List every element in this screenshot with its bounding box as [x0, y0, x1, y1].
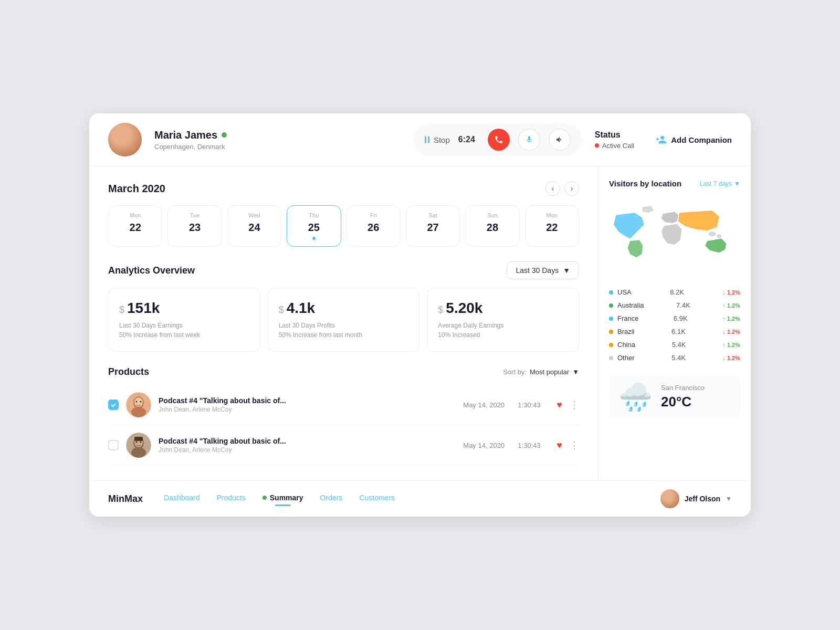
- weather-city: San Francisco: [661, 384, 705, 392]
- product-heart-1[interactable]: ♥: [556, 440, 562, 451]
- nav-active-dot: [262, 496, 267, 500]
- chevron-down-icon: ▼: [726, 495, 732, 502]
- main-content: March 2020 ‹ › Mon 22 Tue 23 Wed 24: [89, 166, 751, 480]
- analytics-desc-0: Last 30 Days Earnings50% Increase from l…: [119, 321, 249, 340]
- product-row-1: Podcast #4 "Talking about basic of... Jo…: [108, 425, 579, 466]
- product-info-0: Podcast #4 "Talking about basic of... Jo…: [159, 396, 456, 413]
- nav-items: Dashboard Products Summary Orders Custom…: [164, 494, 660, 504]
- right-panel: Visitors by location Last 7 days ▼: [598, 166, 751, 480]
- weather-info: San Francisco 20°C: [661, 384, 705, 410]
- volume-button[interactable]: [549, 129, 571, 151]
- analytics-card-1: $ 4.1k Last 30 Days Profits50% Increase …: [268, 288, 420, 352]
- calendar-day-7[interactable]: Mon 22: [525, 205, 579, 247]
- nav-item-orders[interactable]: Orders: [320, 494, 343, 504]
- country-row-other: Other 5.4K ↓ 1.2%: [609, 351, 740, 364]
- add-companion-button[interactable]: Add Companion: [655, 134, 732, 145]
- left-panel: March 2020 ‹ › Mon 22 Tue 23 Wed 24: [89, 166, 598, 480]
- analytics-card-0: $ 151k Last 30 Days Earnings50% Increase…: [108, 288, 260, 352]
- country-row-brazil: Brazil 6.1K ↓ 1.2%: [609, 325, 740, 338]
- country-dot-other: [609, 356, 613, 360]
- calendar-day-4[interactable]: Fri 26: [346, 205, 401, 247]
- product-title-0: Podcast #4 "Talking about basic of...: [159, 396, 456, 405]
- nav-item-summary[interactable]: Summary: [262, 494, 303, 504]
- status-section: Status Active Call Add Companion: [595, 130, 732, 150]
- nav-item-customers[interactable]: Customers: [359, 494, 395, 504]
- user-location: Copenhagen, Denmark: [154, 143, 401, 151]
- product-checkbox-0[interactable]: [108, 400, 119, 410]
- calendar-day-0[interactable]: Mon 22: [108, 205, 162, 247]
- calendar-nav: ‹ ›: [545, 181, 579, 196]
- product-duration-0: 1:30:43: [518, 401, 549, 409]
- calendar-prev-button[interactable]: ‹: [545, 181, 560, 196]
- sort-dropdown[interactable]: Sort by: Most popular ▼: [503, 368, 579, 376]
- country-row-france: France 6.9K ↑ 1.2%: [609, 312, 740, 325]
- country-dot-australia: [609, 303, 613, 308]
- calendar-day-3[interactable]: Thu 25: [287, 205, 341, 247]
- product-info-1: Podcast #4 "Talking about basic of... Jo…: [159, 437, 456, 454]
- analytics-cards: $ 151k Last 30 Days Earnings50% Increase…: [108, 288, 579, 352]
- call-controls: Stop 6:24: [413, 123, 582, 156]
- country-row-australia: Australia 7.4K ↑ 1.2%: [609, 299, 740, 312]
- nav-item-products[interactable]: Products: [217, 494, 246, 504]
- calendar-day-5[interactable]: Sat 27: [406, 205, 460, 247]
- country-change-brazil: ↓ 1.2%: [722, 329, 740, 335]
- svg-point-2: [131, 407, 146, 417]
- svg-point-5: [140, 401, 142, 403]
- world-map: [609, 194, 740, 278]
- country-row-usa: USA 8.2K ↓ 1.2%: [609, 286, 740, 299]
- country-change-australia: ↑ 1.2%: [722, 302, 740, 309]
- analytics-period-dropdown[interactable]: Last 30 Days ▼: [507, 261, 579, 279]
- analytics-amount-1: $ 4.1k: [279, 300, 409, 317]
- country-dot-brazil: [609, 330, 613, 334]
- nav-item-dashboard[interactable]: Dashboard: [164, 494, 200, 504]
- visitors-header: Visitors by location Last 7 days ▼: [609, 179, 740, 188]
- calendar-month: March 2020: [108, 183, 165, 195]
- chevron-down-icon: ▼: [563, 266, 570, 275]
- product-date-0: May 14, 2020: [463, 401, 510, 409]
- calendar-day-1[interactable]: Tue 23: [167, 205, 222, 247]
- country-change-other: ↓ 1.2%: [722, 355, 740, 361]
- chevron-down-icon: ▼: [572, 368, 579, 376]
- svg-point-4: [136, 401, 138, 403]
- app-container: Maria James Copenhagen, Denmark Stop 6:2…: [89, 113, 751, 517]
- country-dot-china: [609, 343, 613, 347]
- user-profile-button[interactable]: Jeff Olson ▼: [660, 489, 732, 508]
- product-checkbox-1[interactable]: [108, 440, 119, 450]
- calendar-day-6[interactable]: Sun 28: [465, 205, 519, 247]
- time-filter-dropdown[interactable]: Last 7 days ▼: [700, 180, 740, 187]
- user-avatar: [108, 123, 142, 156]
- stop-button[interactable]: Stop: [425, 135, 450, 144]
- analytics-title: Analytics Overview: [108, 265, 195, 276]
- analytics-amount-0: $ 151k: [119, 300, 249, 317]
- country-list: USA 8.2K ↓ 1.2% Australia 7.4K ↑ 1.2%: [609, 286, 740, 364]
- product-author-0: John Dean, Arlene McCoy: [159, 406, 456, 413]
- brand-logo: MinMax: [108, 494, 143, 505]
- product-more-1[interactable]: ⋮: [570, 439, 579, 451]
- product-row-0: Podcast #4 "Talking about basic of... Jo…: [108, 385, 579, 425]
- calendar-days: Mon 22 Tue 23 Wed 24 Thu 25 Fri: [108, 205, 579, 247]
- product-more-0[interactable]: ⋮: [570, 399, 579, 411]
- analytics-desc-1: Last 30 Days Profits50% Increase from la…: [279, 321, 409, 340]
- analytics-desc-2: Average Daily Earnings10% Increased: [438, 321, 568, 340]
- weather-temperature: 20°C: [661, 394, 705, 410]
- user-profile-name: Jeff Olson: [685, 495, 720, 503]
- active-day-dot: [312, 237, 316, 240]
- product-author-1: John Dean, Arlene McCoy: [159, 446, 456, 454]
- calendar-header: March 2020 ‹ ›: [108, 181, 579, 196]
- products-title: Products: [108, 366, 149, 377]
- products-header: Products Sort by: Most popular ▼: [108, 366, 579, 377]
- svg-point-10: [136, 442, 138, 443]
- country-dot-france: [609, 317, 613, 321]
- product-heart-0[interactable]: ♥: [556, 400, 562, 411]
- analytics-header: Analytics Overview Last 30 Days ▼: [108, 261, 579, 279]
- microphone-button[interactable]: [518, 129, 540, 151]
- user-info: Maria James Copenhagen, Denmark: [154, 129, 401, 151]
- analytics-card-2: $ 5.20k Average Daily Earnings10% Increa…: [427, 288, 579, 352]
- svg-point-15: [717, 234, 721, 238]
- status-info: Status Active Call: [595, 130, 634, 150]
- svg-point-11: [140, 442, 142, 443]
- user-profile-avatar: [660, 489, 679, 508]
- calendar-next-button[interactable]: ›: [564, 181, 579, 196]
- calendar-day-2[interactable]: Wed 24: [227, 205, 281, 247]
- end-call-button[interactable]: [488, 129, 510, 151]
